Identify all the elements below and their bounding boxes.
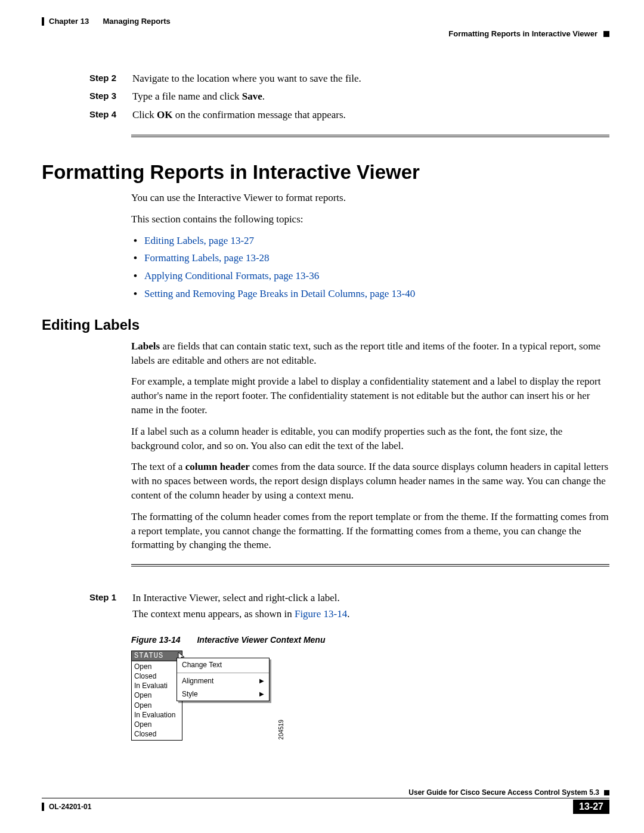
context-menu: Change TextAlignment▶Style▶: [177, 658, 270, 701]
step-label: Step 2: [89, 71, 132, 86]
status-item: Open: [134, 662, 179, 671]
step-text: In Interactive Viewer, select and right-…: [132, 590, 609, 622]
figure-ref-link[interactable]: Figure 13-14: [295, 608, 347, 620]
header-bar-icon: [42, 17, 44, 26]
toc-list: Editing Labels, page 13-27Formatting Lab…: [131, 234, 609, 301]
toc-link[interactable]: Formatting Labels, page 13-28: [144, 252, 270, 264]
running-header: Chapter 13 Managing Reports Formatting R…: [42, 17, 609, 38]
step-row: Step 2Navigate to the location where you…: [89, 71, 609, 86]
figure-ref-id: 204519: [278, 720, 284, 739]
submenu-arrow-icon: ▶: [259, 677, 264, 684]
context-menu-item[interactable]: Change Text: [177, 658, 269, 671]
context-menu-label: Style: [182, 690, 198, 698]
step-text: Click OK on the confirmation message tha…: [132, 107, 609, 123]
step-label: Step 3: [89, 89, 132, 104]
page: Chapter 13 Managing Reports Formatting R…: [0, 0, 644, 833]
content-area: Step 2Navigate to the location where you…: [42, 71, 609, 741]
context-menu-label: Change Text: [182, 661, 222, 669]
editing-p5: The formatting of the column header come…: [131, 510, 609, 552]
step-label: Step 4: [89, 107, 132, 123]
submenu-arrow-icon: ▶: [259, 690, 264, 697]
chapter-number: Chapter 13: [49, 17, 89, 26]
status-item: In Evaluati: [134, 681, 179, 690]
status-header-cell: STATUS: [131, 651, 182, 661]
toc-item: Setting and Removing Page Breaks in Deta…: [131, 287, 609, 301]
rule-divider: [131, 564, 609, 566]
page-footer: User Guide for Cisco Secure Access Contr…: [42, 788, 609, 814]
figure-context-menu: STATUS OpenClosedIn EvaluatiOpenOpenIn E…: [131, 651, 274, 741]
step-list-bottom: Step 1In Interactive Viewer, select and …: [89, 590, 609, 622]
toc-link[interactable]: Setting and Removing Page Breaks in Deta…: [144, 288, 415, 299]
section-heading: Formatting Reports in Interactive Viewer: [42, 161, 609, 184]
status-item: Open: [134, 690, 179, 700]
context-menu-item[interactable]: Alignment▶: [177, 674, 269, 688]
footer-square-icon: [604, 790, 609, 795]
intro-block: You can use the Interactive Viewer to fo…: [131, 191, 609, 301]
step-label: Step 1: [89, 590, 132, 622]
editing-p2: For example, a template might provide a …: [131, 374, 609, 417]
intro-p1: You can use the Interactive Viewer to fo…: [131, 191, 609, 205]
status-list: OpenClosedIn EvaluatiOpenOpenIn Evaluati…: [131, 661, 182, 741]
rule-divider: [131, 135, 609, 137]
subsection-heading: Editing Labels: [42, 317, 609, 333]
status-item: Closed: [134, 671, 179, 681]
toc-item: Editing Labels, page 13-27: [131, 234, 609, 248]
figure-wrapper: STATUS OpenClosedIn EvaluatiOpenOpenIn E…: [131, 651, 609, 741]
step-row: Step 3Type a file name and click Save.: [89, 89, 609, 104]
editing-p3: If a label such as a column header is ed…: [131, 425, 609, 453]
step-text: Type a file name and click Save.: [132, 89, 609, 104]
context-menu-label: Alignment: [182, 677, 213, 685]
figure-title: Interactive Viewer Context Menu: [197, 635, 325, 645]
header-square-icon: [603, 31, 609, 37]
step-row: Step 4Click OK on the confirmation messa…: [89, 107, 609, 123]
footer-doc-id: OL-24201-01: [49, 803, 91, 811]
step-row: Step 1In Interactive Viewer, select and …: [89, 590, 609, 622]
step-list-top: Step 2Navigate to the location where you…: [89, 71, 609, 123]
editing-p4: The text of a column header comes from t…: [131, 460, 609, 502]
footer-guide-title: User Guide for Cisco Secure Access Contr…: [408, 788, 599, 797]
chapter-title: Managing Reports: [103, 17, 170, 26]
context-menu-item[interactable]: Style▶: [177, 688, 269, 701]
toc-item: Applying Conditional Formats, page 13-36: [131, 269, 609, 283]
menu-separator: [177, 673, 269, 673]
intro-p2: This section contains the following topi…: [131, 212, 609, 227]
toc-item: Formatting Labels, page 13-28: [131, 251, 609, 265]
figure-number: Figure 13-14: [131, 635, 180, 645]
status-item: Open: [134, 701, 179, 710]
step-text: Navigate to the location where you want …: [132, 71, 609, 86]
section-running-title: Formatting Reports in Interactive Viewer: [448, 29, 597, 38]
status-item: In Evaluation: [134, 710, 179, 720]
toc-link[interactable]: Editing Labels, page 13-27: [144, 235, 254, 246]
figure-caption: Figure 13-14Interactive Viewer Context M…: [131, 635, 609, 645]
toc-link[interactable]: Applying Conditional Formats, page 13-36: [144, 270, 319, 281]
editing-p1: Labels are fields that can contain stati…: [131, 339, 609, 368]
editing-labels-body: Labels are fields that can contain stati…: [131, 339, 609, 552]
page-number: 13-27: [573, 800, 609, 814]
status-item: Open: [134, 720, 179, 729]
status-item: Closed: [134, 729, 179, 739]
footer-bar-icon: [42, 803, 44, 811]
